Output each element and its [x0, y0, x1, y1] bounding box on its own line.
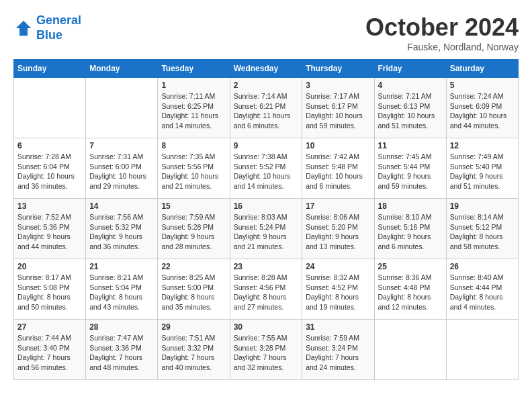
calendar-cell: 5Sunrise: 7:24 AM Sunset: 6:09 PM Daylig…	[446, 78, 518, 138]
day-info: Sunrise: 7:11 AM Sunset: 6:25 PM Dayligh…	[161, 91, 226, 131]
calendar-cell: 27Sunrise: 7:44 AM Sunset: 3:40 PM Dayli…	[14, 320, 86, 380]
calendar-cell	[86, 78, 158, 138]
calendar-cell: 8Sunrise: 7:35 AM Sunset: 5:56 PM Daylig…	[158, 138, 230, 199]
month-title: October 2024	[365, 13, 519, 42]
day-info: Sunrise: 7:45 AM Sunset: 5:44 PM Dayligh…	[378, 152, 443, 191]
day-number: 11	[378, 141, 443, 150]
day-info: Sunrise: 7:49 AM Sunset: 5:40 PM Dayligh…	[450, 152, 515, 191]
day-of-week-header: Friday	[374, 60, 446, 78]
calendar-cell: 13Sunrise: 7:52 AM Sunset: 5:36 PM Dayli…	[14, 199, 86, 259]
logo-text: General Blue	[36, 13, 81, 42]
calendar-cell: 30Sunrise: 7:55 AM Sunset: 3:28 PM Dayli…	[230, 320, 302, 380]
day-info: Sunrise: 7:35 AM Sunset: 5:56 PM Dayligh…	[161, 152, 226, 191]
day-info: Sunrise: 7:55 AM Sunset: 3:28 PM Dayligh…	[234, 333, 299, 373]
location-subtitle: Fauske, Nordland, Norway	[365, 42, 519, 52]
day-of-week-header: Tuesday	[158, 60, 230, 78]
calendar-cell: 1Sunrise: 7:11 AM Sunset: 6:25 PM Daylig…	[158, 78, 230, 138]
day-number: 29	[161, 322, 226, 332]
day-number: 22	[161, 262, 226, 271]
day-number: 31	[306, 322, 370, 332]
calendar-body: 1Sunrise: 7:11 AM Sunset: 6:25 PM Daylig…	[14, 78, 519, 380]
calendar-cell: 22Sunrise: 8:25 AM Sunset: 5:00 PM Dayli…	[158, 259, 230, 320]
day-number: 5	[450, 81, 515, 90]
day-info: Sunrise: 7:21 AM Sunset: 6:13 PM Dayligh…	[378, 91, 443, 131]
calendar-header-row: SundayMondayTuesdayWednesdayThursdayFrid…	[14, 60, 519, 78]
day-number: 10	[306, 141, 370, 150]
day-info: Sunrise: 8:40 AM Sunset: 4:44 PM Dayligh…	[450, 273, 515, 312]
day-info: Sunrise: 8:14 AM Sunset: 5:12 PM Dayligh…	[450, 212, 515, 252]
day-info: Sunrise: 7:17 AM Sunset: 6:17 PM Dayligh…	[306, 91, 370, 131]
day-info: Sunrise: 8:25 AM Sunset: 5:00 PM Dayligh…	[161, 273, 226, 312]
calendar-cell: 29Sunrise: 7:51 AM Sunset: 3:32 PM Dayli…	[158, 320, 230, 380]
day-info: Sunrise: 8:17 AM Sunset: 5:08 PM Dayligh…	[17, 273, 82, 312]
day-number: 25	[378, 262, 443, 271]
calendar-cell: 25Sunrise: 8:36 AM Sunset: 4:48 PM Dayli…	[374, 259, 446, 320]
calendar-cell: 31Sunrise: 7:59 AM Sunset: 3:24 PM Dayli…	[302, 320, 374, 380]
calendar-week-row: 20Sunrise: 8:17 AM Sunset: 5:08 PM Dayli…	[14, 259, 519, 320]
calendar-cell: 7Sunrise: 7:31 AM Sunset: 6:00 PM Daylig…	[86, 138, 158, 199]
day-number: 27	[17, 322, 82, 332]
calendar-cell	[14, 78, 86, 138]
logo-icon	[13, 18, 34, 38]
day-info: Sunrise: 7:44 AM Sunset: 3:40 PM Dayligh…	[17, 333, 82, 373]
day-of-week-header: Wednesday	[230, 60, 302, 78]
day-number: 6	[17, 141, 82, 150]
day-number: 17	[306, 201, 370, 211]
day-number: 2	[234, 81, 299, 90]
day-number: 8	[161, 141, 226, 150]
calendar-table: SundayMondayTuesdayWednesdayThursdayFrid…	[13, 59, 519, 380]
calendar-cell: 20Sunrise: 8:17 AM Sunset: 5:08 PM Dayli…	[14, 259, 86, 320]
calendar-week-row: 1Sunrise: 7:11 AM Sunset: 6:25 PM Daylig…	[14, 78, 519, 138]
calendar-cell: 14Sunrise: 7:56 AM Sunset: 5:32 PM Dayli…	[86, 199, 158, 259]
day-info: Sunrise: 7:42 AM Sunset: 5:48 PM Dayligh…	[306, 152, 370, 191]
day-number: 30	[234, 322, 299, 332]
day-info: Sunrise: 7:52 AM Sunset: 5:36 PM Dayligh…	[17, 212, 82, 252]
calendar-cell: 3Sunrise: 7:17 AM Sunset: 6:17 PM Daylig…	[302, 78, 374, 138]
calendar-cell	[446, 320, 518, 380]
day-number: 14	[89, 201, 154, 211]
day-number: 19	[450, 201, 515, 211]
day-info: Sunrise: 7:31 AM Sunset: 6:00 PM Dayligh…	[89, 152, 154, 191]
day-info: Sunrise: 8:10 AM Sunset: 5:16 PM Dayligh…	[378, 212, 443, 252]
calendar-cell: 17Sunrise: 8:06 AM Sunset: 5:20 PM Dayli…	[302, 199, 374, 259]
day-of-week-header: Thursday	[302, 60, 374, 78]
calendar-cell: 9Sunrise: 7:38 AM Sunset: 5:52 PM Daylig…	[230, 138, 302, 199]
day-of-week-header: Saturday	[446, 60, 518, 78]
day-number: 3	[306, 81, 370, 90]
calendar-cell: 21Sunrise: 8:21 AM Sunset: 5:04 PM Dayli…	[86, 259, 158, 320]
calendar-cell: 16Sunrise: 8:03 AM Sunset: 5:24 PM Dayli…	[230, 199, 302, 259]
day-info: Sunrise: 7:24 AM Sunset: 6:09 PM Dayligh…	[450, 91, 515, 131]
day-number: 7	[89, 141, 154, 150]
day-number: 15	[161, 201, 226, 211]
logo: General Blue	[13, 13, 81, 42]
calendar-cell: 2Sunrise: 7:14 AM Sunset: 6:21 PM Daylig…	[230, 78, 302, 138]
calendar-cell: 4Sunrise: 7:21 AM Sunset: 6:13 PM Daylig…	[374, 78, 446, 138]
day-info: Sunrise: 7:56 AM Sunset: 5:32 PM Dayligh…	[89, 212, 154, 252]
day-of-week-header: Monday	[86, 60, 158, 78]
day-number: 24	[306, 262, 370, 271]
day-number: 18	[378, 201, 443, 211]
calendar-week-row: 6Sunrise: 7:28 AM Sunset: 6:04 PM Daylig…	[14, 138, 519, 199]
calendar-week-row: 13Sunrise: 7:52 AM Sunset: 5:36 PM Dayli…	[14, 199, 519, 259]
day-number: 28	[89, 322, 154, 332]
day-number: 16	[234, 201, 299, 211]
day-number: 1	[161, 81, 226, 90]
day-info: Sunrise: 7:59 AM Sunset: 5:28 PM Dayligh…	[161, 212, 226, 252]
day-info: Sunrise: 8:06 AM Sunset: 5:20 PM Dayligh…	[306, 212, 370, 252]
calendar-cell: 11Sunrise: 7:45 AM Sunset: 5:44 PM Dayli…	[374, 138, 446, 199]
calendar-cell: 28Sunrise: 7:47 AM Sunset: 3:36 PM Dayli…	[86, 320, 158, 380]
calendar-cell: 10Sunrise: 7:42 AM Sunset: 5:48 PM Dayli…	[302, 138, 374, 199]
calendar-cell: 18Sunrise: 8:10 AM Sunset: 5:16 PM Dayli…	[374, 199, 446, 259]
day-number: 4	[378, 81, 443, 90]
calendar-cell: 19Sunrise: 8:14 AM Sunset: 5:12 PM Dayli…	[446, 199, 518, 259]
day-info: Sunrise: 8:32 AM Sunset: 4:52 PM Dayligh…	[306, 273, 370, 312]
day-info: Sunrise: 7:47 AM Sunset: 3:36 PM Dayligh…	[89, 333, 154, 373]
day-number: 26	[450, 262, 515, 271]
calendar-cell: 26Sunrise: 8:40 AM Sunset: 4:44 PM Dayli…	[446, 259, 518, 320]
day-number: 21	[89, 262, 154, 271]
page-header: General Blue October 2024 Fauske, Nordla…	[13, 13, 519, 52]
day-info: Sunrise: 8:21 AM Sunset: 5:04 PM Dayligh…	[89, 273, 154, 312]
day-info: Sunrise: 7:59 AM Sunset: 3:24 PM Dayligh…	[306, 333, 370, 373]
calendar-week-row: 27Sunrise: 7:44 AM Sunset: 3:40 PM Dayli…	[14, 320, 519, 380]
day-info: Sunrise: 8:28 AM Sunset: 4:56 PM Dayligh…	[234, 273, 299, 312]
